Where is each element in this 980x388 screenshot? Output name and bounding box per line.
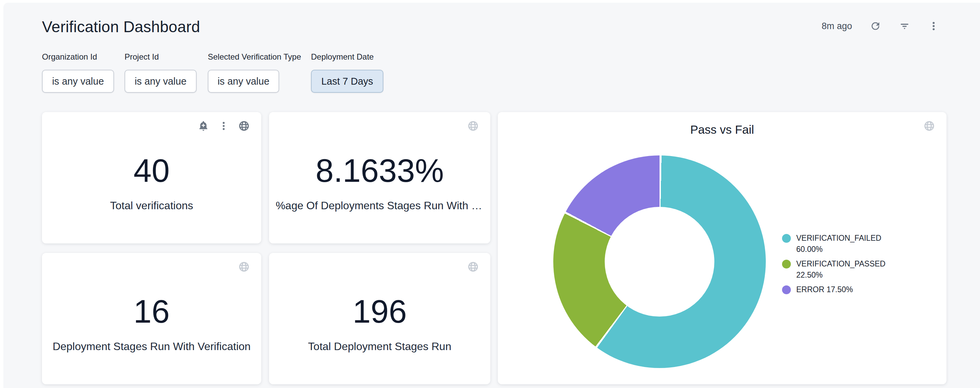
tile-label: Total Deployment Stages Run — [308, 340, 451, 353]
legend-label: VERIFICATION_PASSED 22.50% — [796, 258, 886, 281]
filter-label: Selected Verification Type — [208, 52, 301, 62]
filter-verification-type: Selected Verification Type is any value — [208, 52, 301, 93]
filter-organization-id: Organization Id is any value — [42, 52, 114, 93]
tile-stages-run-with-verification: 16 Deployment Stages Run With Verificati… — [42, 253, 261, 384]
kebab-menu-icon[interactable] — [928, 20, 939, 32]
page-title: Verification Dashboard — [42, 18, 200, 36]
legend-item-verification-passed[interactable]: VERIFICATION_PASSED 22.50% — [782, 258, 886, 281]
filter-value-button[interactable]: is any value — [42, 70, 114, 93]
chart-legend: VERIFICATION_FAILED 60.00% VERIFICATION_… — [782, 233, 886, 295]
tile-value: 16 — [134, 295, 170, 329]
refresh-icon[interactable] — [870, 20, 881, 32]
dashboard-canvas: Verification Dashboard 8m ago — [3, 3, 980, 388]
legend-label: ERROR 17.50% — [796, 284, 853, 295]
filter-value-button[interactable]: is any value — [124, 70, 197, 93]
filter-deployment-date: Deployment Date Last 7 Days — [311, 52, 383, 93]
legend-dot — [782, 286, 791, 294]
tile-label: Total verifications — [110, 199, 193, 212]
filter-label: Organization Id — [42, 52, 114, 62]
tile-total-stages-run: 196 Total Deployment Stages Run — [269, 253, 490, 384]
tile-label: %age Of Deployments Stages Run With V… — [276, 199, 484, 212]
filter-label: Project Id — [124, 52, 197, 62]
tile-value: 196 — [353, 295, 407, 329]
tile-value: 8.1633% — [316, 154, 444, 188]
legend-item-error[interactable]: ERROR 17.50% — [782, 284, 886, 295]
tile-label: Deployment Stages Run With Verification — [52, 340, 250, 353]
dashboard-page: Verification Dashboard 8m ago — [0, 0, 980, 388]
tile-value: 40 — [134, 154, 170, 188]
tile-pct-stages-with-verification: 8.1633% %age Of Deployments Stages Run W… — [269, 112, 490, 243]
legend-dot — [782, 260, 791, 268]
last-refresh-time: 8m ago — [822, 21, 852, 32]
legend-label: VERIFICATION_FAILED 60.00% — [796, 233, 881, 255]
tile-total-verifications: 40 Total verifications — [42, 112, 261, 243]
chart-title: Pass vs Fail — [498, 123, 947, 136]
globe-icon[interactable] — [923, 120, 935, 132]
legend-dot — [782, 234, 791, 243]
pass-vs-fail-card: Pass vs Fail VERIFICATION_FAILED 60.00% — [498, 112, 947, 384]
filter-label: Deployment Date — [311, 52, 383, 62]
filter-icon[interactable] — [899, 20, 910, 32]
donut-chart[interactable] — [553, 155, 766, 368]
filter-project-id: Project Id is any value — [124, 52, 197, 93]
legend-item-verification-failed[interactable]: VERIFICATION_FAILED 60.00% — [782, 233, 886, 255]
header-actions: 8m ago — [822, 20, 939, 32]
filter-value-button[interactable]: Last 7 Days — [311, 70, 383, 93]
filter-value-button[interactable]: is any value — [208, 70, 279, 93]
